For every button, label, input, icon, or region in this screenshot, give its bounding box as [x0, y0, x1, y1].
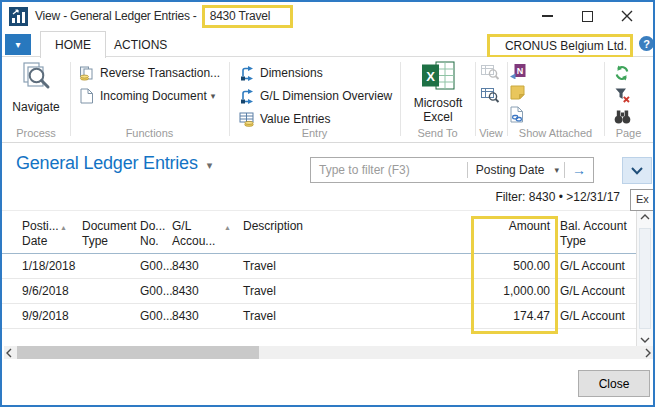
dropdown-caret-icon: ▾ [207, 159, 212, 172]
table-row[interactable]: 1/18/2018 G00... 8430 Travel 500.00 G/L … [2, 254, 636, 279]
tab-home-label: HOME [55, 38, 91, 52]
scroll-right-button[interactable] [645, 346, 651, 360]
expand-ribbon-button[interactable] [622, 157, 652, 184]
column-header-gl-account[interactable]: G/L Accou... [172, 219, 215, 249]
application-menu-button[interactable]: ▾ [5, 34, 31, 55]
tab-row: ▾ HOME ACTIONS CRONUS Belgium Ltd. ? [2, 30, 653, 57]
gl-dimension-overview-icon [238, 88, 256, 104]
dropdown-caret-icon[interactable]: ▾ [554, 165, 559, 175]
app-window: View - General Ledger Entries - 8430 Tra… [0, 0, 655, 407]
filter-input[interactable]: Type to filter (F3) [311, 163, 467, 177]
apply-filter-arrow-icon[interactable]: → [565, 162, 593, 178]
column-header-posting-date[interactable]: Posti... Date [22, 219, 59, 249]
notes-button[interactable] [510, 85, 525, 103]
cell-amount: 1,000.00 [422, 279, 550, 303]
microsoft-excel-button[interactable]: X Microsoft Excel [402, 61, 474, 124]
cell-description: Travel [243, 279, 276, 303]
app-icon [9, 7, 28, 26]
cell-posting-date: 1/18/2018 [22, 254, 75, 278]
incoming-document-button[interactable]: Incoming Document ▾ [78, 87, 215, 105]
window-controls [527, 2, 647, 30]
page-title: General Ledger Entries [16, 153, 198, 174]
refresh-icon [614, 65, 630, 84]
cell-bal-account-type: G/L Account [560, 279, 625, 303]
minimize-icon [542, 15, 553, 17]
microsoft-excel-label: Microsoft Excel [407, 96, 469, 124]
reverse-transaction-button[interactable]: Reverse Transaction... [78, 64, 220, 82]
group-label-page: Page [604, 127, 653, 139]
filter-column-selector[interactable]: Posting Date [468, 163, 551, 177]
vertical-scrollbar-thumb[interactable] [639, 228, 651, 329]
find-button[interactable] [614, 109, 631, 127]
group-label-process: Process [2, 127, 70, 139]
title-bar: View - General Ledger Entries - 8430 Tra… [2, 2, 653, 30]
ribbon-separator [400, 62, 401, 136]
sort-ascending-icon: ▲ [60, 224, 67, 231]
dimensions-button[interactable]: Dimensions [238, 64, 323, 82]
tab-home[interactable]: HOME [40, 31, 106, 58]
column-header-description[interactable]: Description [243, 219, 303, 234]
view-list-icon [481, 64, 500, 83]
footer-bar: Close [2, 359, 653, 405]
close-window-button[interactable] [607, 2, 647, 30]
filter-summary: Filter: 8430 • >12/31/17 [495, 190, 620, 204]
company-name: CRONUS Belgium Ltd. [505, 39, 627, 53]
column-header-line: G/L [172, 219, 215, 234]
onenote-notes-button[interactable]: N [510, 63, 526, 81]
column-header-line: Type [560, 234, 627, 249]
column-header-line: Do... [140, 219, 165, 234]
ribbon-separator [70, 62, 71, 136]
window-title-text: View - General Ledger Entries - [35, 9, 197, 23]
column-header-amount[interactable]: Amount [422, 219, 550, 234]
vertical-scrollbar[interactable] [636, 211, 653, 346]
ribbon-separator [475, 62, 476, 136]
scroll-left-button[interactable] [6, 346, 12, 360]
cell-doc-no: G00... [140, 279, 173, 303]
maximize-button[interactable] [567, 2, 607, 30]
window-title: View - General Ledger Entries - 8430 Tra… [35, 5, 293, 28]
tab-actions-label: ACTIONS [114, 38, 167, 52]
refresh-button[interactable] [614, 65, 630, 83]
horizontal-scrollbar-thumb[interactable] [17, 346, 259, 360]
company-name-highlight: CRONUS Belgium Ltd. [487, 34, 633, 58]
help-button[interactable]: ? [639, 36, 654, 51]
scroll-down-button[interactable] [637, 337, 653, 343]
find-binoculars-icon [614, 109, 631, 127]
value-entries-button[interactable]: Value Entries [238, 110, 330, 128]
tab-actions[interactable]: ACTIONS [100, 31, 181, 58]
column-header-line: Document [82, 219, 137, 234]
navigate-button[interactable]: Navigate [8, 61, 64, 114]
column-header-line: Bal. Account [560, 219, 627, 234]
view-card-button[interactable] [481, 87, 500, 105]
minimize-button[interactable] [527, 2, 567, 30]
page-header: General Ledger Entries ▾ Type to filter … [2, 143, 653, 210]
view-list-button[interactable] [481, 64, 500, 82]
links-button[interactable] [510, 107, 524, 125]
value-entries-label: Value Entries [260, 112, 330, 126]
navigate-icon [20, 61, 52, 96]
gl-dimension-overview-button[interactable]: G/L Dimension Overview [238, 87, 392, 105]
cell-amount: 500.00 [422, 254, 550, 278]
column-header-doc-no[interactable]: Do... No. [140, 219, 165, 249]
view-card-icon [481, 87, 500, 106]
close-button[interactable]: Close [578, 370, 650, 397]
cell-gl-account: 8430 [172, 279, 199, 303]
chevron-up-icon [640, 214, 650, 220]
column-header-bal-account-type[interactable]: Bal. Account Type [560, 219, 627, 249]
navigate-label: Navigate [12, 100, 59, 114]
table-row[interactable]: 9/9/2018 G00... 8430 Travel 174.47 G/L A… [2, 304, 636, 329]
horizontal-scrollbar[interactable] [4, 346, 653, 360]
column-header-document-type[interactable]: Document Type [82, 219, 137, 249]
reverse-transaction-label: Reverse Transaction... [100, 66, 220, 80]
scroll-up-button[interactable] [637, 214, 653, 220]
table-row[interactable]: 9/6/2018 G00... 8430 Travel 1,000.00 G/L… [2, 279, 636, 304]
maximize-icon [582, 11, 593, 22]
page-title-dropdown[interactable]: General Ledger Entries ▾ [16, 153, 212, 174]
group-label-send-to: Send To [400, 127, 475, 139]
column-header-line: Accou... [172, 234, 215, 249]
cell-doc-no: G00... [140, 254, 173, 278]
svg-text:N: N [517, 66, 524, 76]
cell-posting-date: 9/6/2018 [22, 279, 69, 303]
column-header-line: Posti... [22, 219, 59, 234]
clear-filter-button[interactable] [614, 87, 630, 105]
